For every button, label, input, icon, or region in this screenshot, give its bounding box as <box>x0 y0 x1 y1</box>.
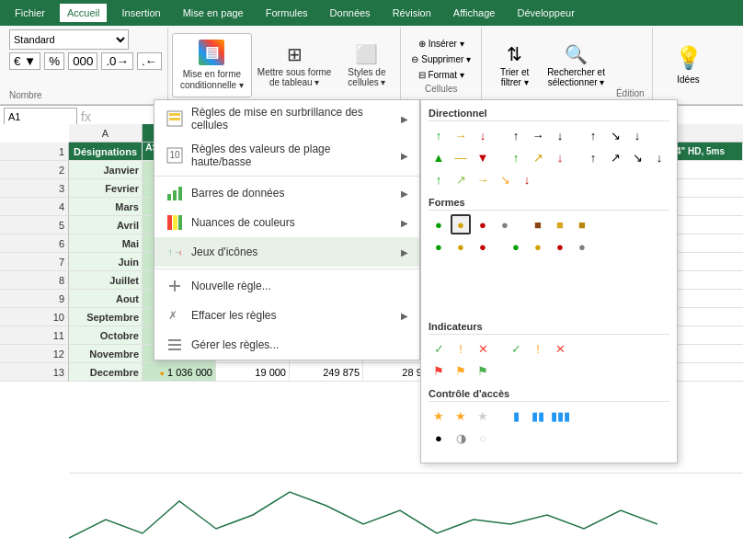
ind-check2[interactable]: ✓ <box>506 338 526 359</box>
icon-down3[interactable]: ↓ <box>550 147 570 167</box>
cell-a-sept[interactable]: Septembre <box>69 308 143 326</box>
tab-revision[interactable]: Révision <box>385 4 439 22</box>
icon-right-yellow[interactable]: → <box>451 125 471 145</box>
dec-decrease-btn[interactable]: .← <box>137 52 162 70</box>
square-gold[interactable]: ■ <box>550 214 570 234</box>
cell-c-dec[interactable]: 19 000 <box>216 363 290 381</box>
menu-item-iconsets[interactable]: ↑→↓ Jeux d'icônes ▶ <box>154 237 419 267</box>
mise-en-forme-conditionnelle-btn[interactable]: ▤ Mise en formeconditionnelle ▾ <box>172 33 252 97</box>
rechercher-btn[interactable]: 🔍 Rechercher etsélectionner ▾ <box>543 33 609 97</box>
star-1[interactable]: ★ <box>429 406 449 426</box>
menu-item-managerules[interactable]: Gérer les règles... <box>154 330 419 360</box>
styles-cellules-btn[interactable]: ⬜ Styles decellules ▾ <box>337 33 396 97</box>
ind-cross-red[interactable]: ✕ <box>473 338 493 359</box>
cell-a-oct[interactable]: Octobre <box>69 326 143 344</box>
icon-ne2[interactable]: ↗ <box>605 147 625 167</box>
circle-gray-2[interactable]: ● <box>572 236 592 257</box>
cell-a-mars[interactable]: Mars <box>69 198 143 215</box>
icon-up3[interactable]: ↑ <box>583 147 603 167</box>
icon-right-black[interactable]: → <box>528 125 548 145</box>
cell-b-dec[interactable]: ● 1 036 000 <box>143 363 216 381</box>
icon-ne[interactable]: ↗ <box>528 147 548 167</box>
mettre-sous-forme-btn[interactable]: ⊞ Mettre sous formede tableau ▾ <box>254 33 336 97</box>
inserer-btn[interactable]: ⊕ Insérer ▾ <box>406 37 475 51</box>
tab-affichage[interactable]: Affichage <box>446 4 503 22</box>
comma-btn[interactable]: 000 <box>68 52 97 70</box>
circle-yellow-3[interactable]: ● <box>528 236 548 257</box>
icon-down4[interactable]: ↓ <box>649 147 669 167</box>
star-3[interactable]: ★ <box>473 406 493 426</box>
icon-minus-y[interactable]: — <box>451 147 471 167</box>
cell-a-janvier[interactable]: Janvier <box>69 161 143 178</box>
ind-excl2[interactable]: ! <box>528 338 548 359</box>
tab-formules[interactable]: Formules <box>258 4 315 22</box>
icon-up-green[interactable]: ↑ <box>429 125 449 145</box>
cell-d-dec[interactable]: 249 875 <box>290 363 363 381</box>
pie-half[interactable]: ◑ <box>451 428 471 448</box>
cell-a-juin[interactable]: Juin <box>69 253 143 270</box>
square-dark[interactable]: ■ <box>572 214 592 234</box>
circle-red-1[interactable]: ● <box>473 214 493 234</box>
tab-developpeur[interactable]: Développeur <box>509 4 581 22</box>
idees-btn[interactable]: 💡 Idées <box>664 33 714 97</box>
trier-filtrer-btn[interactable]: ⇅ Trier etfiltrer ▾ <box>489 33 540 97</box>
icon-up-black2[interactable]: ↑ <box>583 125 603 145</box>
icon-5-up[interactable]: ↑ <box>429 169 449 189</box>
icon-up2[interactable]: ↑ <box>506 147 526 167</box>
menu-item-topbottom[interactable]: 10 Règles des valeurs de plage haute/bas… <box>154 137 419 174</box>
pie-full[interactable]: ● <box>429 428 449 448</box>
circle-green-3[interactable]: ● <box>506 236 526 257</box>
icon-tri-down[interactable]: ▼ <box>473 147 493 167</box>
dec-increase-btn[interactable]: .0→ <box>101 52 132 70</box>
icon-5-right[interactable]: → <box>473 169 493 189</box>
icon-5-ne[interactable]: ↗ <box>451 169 471 189</box>
ind-excl-yellow[interactable]: ! <box>451 338 471 359</box>
number-format-select[interactable]: Standard Nombre Monétaire <box>9 29 129 50</box>
tab-donnees[interactable]: Données <box>323 4 378 22</box>
icon-down-black[interactable]: ↓ <box>550 125 570 145</box>
ind-flag-red[interactable]: ⚑ <box>429 360 449 381</box>
cell-a-aout[interactable]: Aout <box>69 290 143 307</box>
format-btn[interactable]: ⊟ Format ▾ <box>406 68 475 82</box>
pie-empty[interactable]: ○ <box>473 428 493 448</box>
menu-item-databars[interactable]: Barres de données ▶ <box>154 178 419 208</box>
cell-a-mai[interactable]: Mai <box>69 234 143 252</box>
circle-red-3[interactable]: ● <box>550 236 570 257</box>
ind-cross2[interactable]: ✕ <box>550 338 570 359</box>
bar-2[interactable]: ▮▮ <box>528 406 548 426</box>
ind-flag-green[interactable]: ⚑ <box>473 360 493 381</box>
bar-1[interactable]: ▮ <box>506 406 526 426</box>
square-brown[interactable]: ■ <box>528 214 548 234</box>
icon-5-se[interactable]: ↘ <box>495 169 515 189</box>
cell-a-dec[interactable]: Decembre <box>69 363 143 381</box>
currency-btn[interactable]: € ▼ <box>9 52 40 70</box>
icon-down-black2[interactable]: ↓ <box>627 125 647 145</box>
circle-yellow-1[interactable]: ● <box>451 214 471 234</box>
circle-gray-1[interactable]: ● <box>495 214 515 234</box>
cell-a-juillet[interactable]: Juillet <box>69 271 143 289</box>
cell-a-avril[interactable]: Avril <box>69 216 143 234</box>
supprimer-btn[interactable]: ⊖ Supprimer ▾ <box>406 52 475 66</box>
menu-item-highlight[interactable]: Règles de mise en surbrillance des cellu… <box>154 100 419 137</box>
ind-check-green[interactable]: ✓ <box>429 338 449 359</box>
cell-a-fevrier[interactable]: Fevrier <box>69 179 143 197</box>
icon-se2[interactable]: ↘ <box>627 147 647 167</box>
star-2[interactable]: ★ <box>451 406 471 426</box>
icon-down-red[interactable]: ↓ <box>473 125 493 145</box>
tab-accueil[interactable]: Accueil <box>60 4 107 22</box>
icon-tri-up[interactable]: ▲ <box>429 147 449 167</box>
cell-desig[interactable]: Désignations <box>69 143 143 160</box>
icon-up-black[interactable]: ↑ <box>506 125 526 145</box>
tab-mise-en-page[interactable]: Mise en page <box>176 4 251 22</box>
menu-item-clearrules[interactable]: ✗ Effacer les règles ▶ <box>154 301 419 330</box>
icon-5-down[interactable]: ↓ <box>517 169 537 189</box>
circle-yellow-2[interactable]: ● <box>451 236 471 257</box>
circle-green-1[interactable]: ● <box>429 214 449 234</box>
percent-btn[interactable]: % <box>44 52 64 70</box>
ind-flag-yellow[interactable]: ⚑ <box>451 360 471 381</box>
circle-green-2[interactable]: ● <box>429 236 449 257</box>
bar-3[interactable]: ▮▮▮ <box>550 406 570 426</box>
circle-red-2[interactable]: ● <box>473 236 493 257</box>
menu-item-colorscales[interactable]: Nuances de couleurs ▶ <box>154 208 419 237</box>
icon-se-black[interactable]: ↘ <box>605 125 625 145</box>
